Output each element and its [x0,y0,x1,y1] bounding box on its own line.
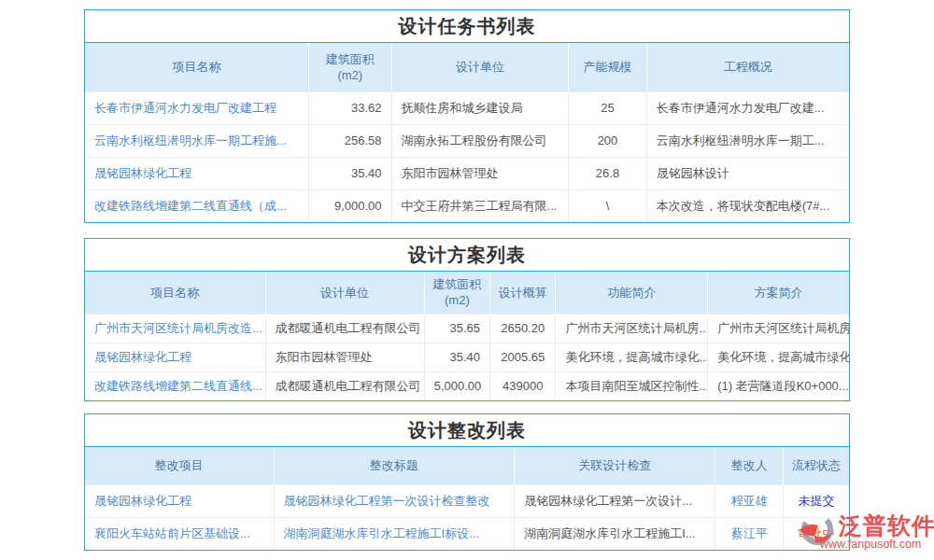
table-text-cell: 256.58 [309,124,391,157]
table-text-cell: 35.40 [309,157,391,189]
column-header: 功能简介 [556,272,708,314]
project-name-link[interactable]: 改建铁路线增建第二线直通线（成... [85,189,309,222]
table-text-cell: 200 [569,124,646,157]
design-scheme-list-title: 设计方案列表 [85,239,849,272]
table-header-row: 整改项目整改标题关联设计检查整改人流程状态 [85,447,849,484]
table-text-cell: \ [569,189,646,222]
design-rectify-list-panel: 设计整改列表 整改项目整改标题关联设计检查整改人流程状态晟铭园林绿化工程晟铭园林… [84,413,850,551]
table-text-cell: 9,000.00 [309,189,391,222]
record-link[interactable]: 晟铭园林绿化工程第一次设计检查整改 [274,484,515,517]
table-row: 广州市天河区统计局机房改造...成都暖通机电工程有限公司35.652650.20… [85,314,849,343]
table-text-cell: 439000 [490,371,556,400]
column-header: 产能规模 [569,43,646,91]
column-header: 整改项目 [85,447,274,484]
table-row: 晟铭园林绿化工程晟铭园林绿化工程第一次设计检查整改晟铭园林绿化工程第一次设计..… [85,484,849,517]
column-header: 设计概算 [490,272,556,314]
table-row: 云南水利枢纽潜明水库一期工程施...256.58湖南永拓工程股份有限公司200云… [85,124,849,157]
table-text-cell: 云南水利枢纽潜明水库一期工... [646,124,849,157]
project-name-link[interactable]: 长春市伊通河水力发电厂改建工程 [85,91,309,124]
column-header: 设计单位 [265,272,424,314]
table-text-cell: 成都暖通机电工程有限公司 [265,314,424,343]
project-name-link[interactable]: 广州市天河区统计局机房改造... [85,314,265,343]
design-task-table: 项目名称建筑面积 (m2)设计单位产能规模工程概况长春市伊通河水力发电厂改建工程… [85,43,849,222]
table-text-cell: 5,000.00 [424,371,489,400]
table-text-cell: 33.62 [309,91,391,124]
table-text-cell: 湖南洞庭湖水库引水工程施工I... [515,517,715,550]
project-name-link[interactable]: 襄阳火车站站前片区基础设... [85,517,274,550]
project-name-link[interactable]: 晟铭园林绿化工程 [85,343,265,371]
table-text-cell: 本次改造，将现状变配电楼(7#... [646,189,849,222]
table-text-cell: (1) 老营隧道段K0+000... [708,371,849,400]
table-text-cell: 成都暖通机电工程有限公司 [265,371,424,400]
table-text-cell: 晟铭园林绿化工程第一次设计... [515,484,715,517]
column-header: 整改标题 [274,447,515,484]
table-text-cell: 美化环境，提高城市绿化... [556,343,708,371]
project-name-link[interactable]: 晟铭园林绿化工程 [85,484,274,517]
design-rectify-list-title: 设计整改列表 [85,414,849,447]
column-header: 项目名称 [85,43,309,91]
column-header: 方案简介 [708,272,849,314]
table-text-cell: 长春市伊通河水力发电厂改建... [646,91,849,124]
table-text-cell: 35.40 [424,343,489,371]
design-rectify-table: 整改项目整改标题关联设计检查整改人流程状态晟铭园林绿化工程晟铭园林绿化工程第一次… [85,447,849,550]
table-text-cell: 美化环境，提高城市绿化... [708,343,849,371]
record-link[interactable]: 蔡江平 [715,517,784,550]
table-row: 晟铭园林绿化工程35.40东阳市园林管理处26.8晟铭园林设计 [85,157,849,189]
design-task-list-panel: 设计任务书列表 项目名称建筑面积 (m2)设计单位产能规模工程概况长春市伊通河水… [84,9,850,223]
record-link[interactable]: 湖南洞庭湖水库引水工程施工I标设... [274,517,515,550]
column-header: 关联设计检查 [515,447,715,484]
column-header: 设计单位 [391,43,569,91]
design-scheme-table: 项目名称设计单位建筑面积 (m2)设计概算功能简介方案简介广州市天河区统计局机房… [85,272,849,400]
table-row: 改建铁路线增建第二线直通线（成...9,000.00中交王府井第三工程局有限..… [85,189,849,222]
column-header: 项目名称 [85,272,265,314]
table-row: 改建铁路线增建第二线直通线...成都暖通机电工程有限公司5,000.004390… [85,371,849,400]
table-text-cell: 中交王府井第三工程局有限... [391,189,569,222]
table-text-cell: 广州市天河区统计局机房... [708,314,849,343]
table-text-cell: 抚顺住房和城乡建设局 [391,91,569,124]
table-text-cell: 晟铭园林设计 [646,157,849,189]
project-name-link[interactable]: 改建铁路线增建第二线直通线... [85,371,265,400]
design-task-list-title: 设计任务书列表 [85,10,849,43]
record-link[interactable]: 程亚雄 [715,484,784,517]
table-header-row: 项目名称建筑面积 (m2)设计单位产能规模工程概况 [85,43,849,91]
table-text-cell: 2650.20 [490,314,556,343]
table-text-cell: 湖南永拓工程股份有限公司 [391,124,569,157]
table-text-cell: 广州市天河区统计局机房... [556,314,708,343]
table-text-cell: 26.8 [569,157,646,189]
table-text-cell: 东阳市园林管理处 [391,157,569,189]
project-name-link[interactable]: 晟铭园林绿化工程 [85,157,309,189]
table-row: 襄阳火车站站前片区基础设...湖南洞庭湖水库引水工程施工I标设...湖南洞庭湖水… [85,517,849,550]
column-header: 整改人 [715,447,784,484]
fanpu-brand-text: 泛普软件 [839,511,934,541]
table-text-cell: 东阳市园林管理处 [265,343,424,371]
column-header: 流程状态 [784,447,849,484]
design-scheme-list-panel: 设计方案列表 项目名称设计单位建筑面积 (m2)设计概算功能简介方案简介广州市天… [84,238,850,401]
column-header: 建筑面积 (m2) [424,272,489,314]
column-header: 工程概况 [646,43,849,91]
status-badge: 未提交 [784,484,849,517]
table-text-cell: 本项目南阳至城区控制性... [556,371,708,400]
table-text-cell: 35.65 [424,314,489,343]
table-text-cell: 2005.65 [490,343,556,371]
table-row: 晟铭园林绿化工程东阳市园林管理处35.402005.65美化环境，提高城市绿化.… [85,343,849,371]
table-row: 长春市伊通河水力发电厂改建工程33.62抚顺住房和城乡建设局25长春市伊通河水力… [85,91,849,124]
status-badge: 审批中 [784,517,849,550]
table-header-row: 项目名称设计单位建筑面积 (m2)设计概算功能简介方案简介 [85,272,849,314]
table-text-cell: 25 [569,91,646,124]
project-name-link[interactable]: 云南水利枢纽潜明水库一期工程施... [85,124,309,157]
column-header: 建筑面积 (m2) [309,43,391,91]
